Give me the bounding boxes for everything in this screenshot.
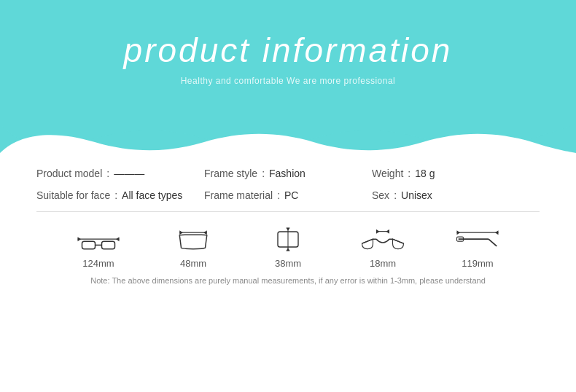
bridge-width-label: 18mm [370,258,396,269]
weight-label: Weight [372,168,403,179]
svg-marker-15 [386,230,390,234]
sex-value: Unisex [401,189,432,201]
lens-width-icon [171,227,215,252]
sex-col: Sex : Unisex [372,189,540,201]
lens-height-item: 38mm [266,227,310,269]
frame-material-value: PC [284,189,298,201]
info-row-1: Product model : ——— Frame style : Fashio… [36,168,540,179]
header-section: product information Healthy and comforta… [0,0,576,124]
product-model-label: Product model [36,168,102,179]
face-type-col: Suitable for face : All face types [36,189,204,201]
total-width-icon [77,227,120,252]
lens-height-icon [266,227,310,252]
svg-line-20 [489,239,497,246]
bridge-width-icon [361,227,405,252]
temple-length-icon [456,227,499,252]
svg-rect-4 [102,241,115,249]
frame-material-col: Frame material : PC [204,189,372,201]
lens-width-item: 48mm [171,227,215,269]
info-row-2: Suitable for face : All face types Frame… [36,189,540,201]
svg-marker-17 [457,230,461,235]
sex-label: Sex [372,189,389,201]
frame-style-label: Frame style [204,168,257,179]
section-divider [36,211,540,212]
lens-height-label: 38mm [275,258,301,269]
dimensions-section: 124mm 48mm [36,227,540,269]
product-model-value: ——— [114,168,144,179]
note-text: Note: The above dimensions are purely ma… [36,276,540,285]
frame-style-sep: : [262,168,265,179]
svg-marker-2 [116,237,120,241]
lens-width-label: 48mm [180,258,206,269]
weight-col: Weight : 18 g [372,168,540,179]
svg-marker-11 [286,248,290,251]
temple-length-item: 119mm [456,227,499,269]
frame-material-sep: : [277,189,280,201]
frame-style-col: Frame style : Fashion [204,168,372,179]
svg-marker-7 [179,230,183,235]
svg-rect-3 [82,241,96,249]
face-type-label: Suitable for face [36,189,110,201]
weight-sep: : [408,168,410,179]
face-type-sep: : [114,189,117,201]
bridge-width-item: 18mm [361,227,405,269]
total-width-item: 124mm [77,227,120,269]
svg-marker-14 [376,230,380,234]
face-type-value: All face types [122,189,182,201]
sex-sep: : [394,189,397,201]
total-width-label: 124mm [82,258,114,269]
temple-length-label: 119mm [462,258,493,269]
svg-marker-1 [78,237,82,241]
frame-style-value: Fashion [269,168,305,179]
product-model-col: Product model : ——— [36,168,204,179]
wave-decoration [0,124,576,153]
page-title: product information [124,31,453,70]
svg-marker-18 [495,230,499,235]
svg-marker-10 [286,227,290,230]
svg-marker-8 [203,230,207,235]
weight-value: 18 g [415,168,435,179]
header-subtitle: Healthy and comfortable We are more prof… [181,76,396,86]
content-section: Product model : ——— Frame style : Fashio… [0,153,576,296]
frame-material-label: Frame material [204,189,273,201]
product-model-sep: : [106,168,109,179]
